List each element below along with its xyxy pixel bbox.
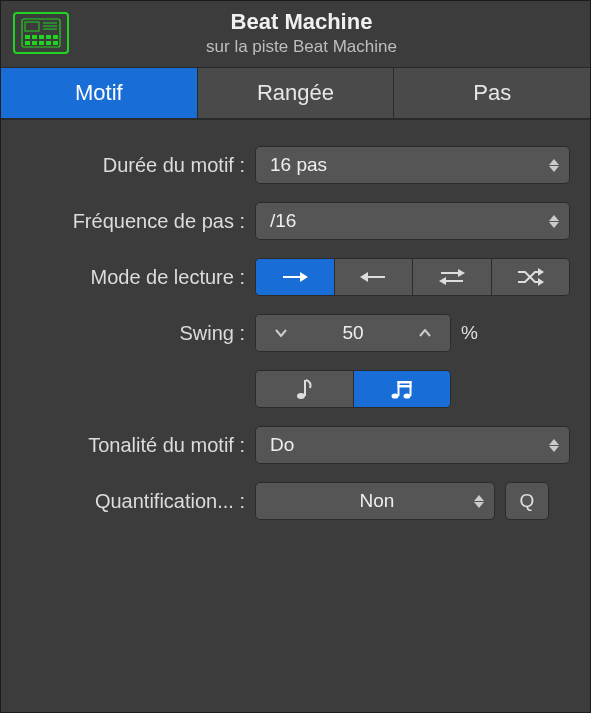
mode-backward[interactable] <box>335 259 414 295</box>
swing-increment[interactable] <box>400 315 450 351</box>
swing-eighth[interactable] <box>256 371 354 407</box>
svg-rect-36 <box>397 385 411 388</box>
swing-sixteenth[interactable] <box>354 371 451 407</box>
swing-value[interactable]: 50 <box>306 315 400 351</box>
select-duree-value: 16 pas <box>270 154 327 176</box>
label-quant: Quantification... : <box>21 490 255 513</box>
svg-rect-30 <box>304 380 306 396</box>
select-freq-value: /16 <box>270 210 296 232</box>
mode-pingpong[interactable] <box>413 259 492 295</box>
label-swing: Swing : <box>21 322 255 345</box>
content-area: Durée du motif : 16 pas Fréquence de pas… <box>1 120 590 558</box>
chevron-down-icon <box>275 329 287 337</box>
percent-label: % <box>461 322 478 344</box>
svg-marker-18 <box>549 222 559 228</box>
header-titles: Beat Machine sur la piste Beat Machine <box>25 9 578 57</box>
arrows-pingpong-icon <box>437 267 467 287</box>
select-freq[interactable]: /16 <box>255 202 570 240</box>
svg-marker-26 <box>439 277 446 285</box>
svg-marker-27 <box>538 278 544 286</box>
label-duree: Durée du motif : <box>21 154 255 177</box>
tab-rangee[interactable]: Rangée <box>198 68 395 118</box>
svg-marker-24 <box>458 269 465 277</box>
select-quant[interactable]: Non <box>255 482 495 520</box>
label-freq: Fréquence de pas : <box>21 210 255 233</box>
stepper-arrows-icon <box>549 215 559 228</box>
select-tonalite[interactable]: Do <box>255 426 570 464</box>
stepper-arrows-icon <box>474 495 484 508</box>
svg-point-29 <box>297 393 305 399</box>
svg-marker-22 <box>360 272 368 282</box>
tab-motif[interactable]: Motif <box>1 68 198 118</box>
header: Beat Machine sur la piste Beat Machine <box>1 1 590 68</box>
swing-decrement[interactable] <box>256 315 306 351</box>
svg-marker-16 <box>549 166 559 172</box>
svg-marker-17 <box>549 215 559 221</box>
stepper-arrows-icon <box>549 439 559 452</box>
svg-marker-38 <box>549 446 559 452</box>
label-tonalite: Tonalité du motif : <box>21 434 255 457</box>
svg-marker-39 <box>474 495 484 501</box>
plugin-title: Beat Machine <box>25 9 578 35</box>
eighth-note-icon <box>296 378 312 400</box>
sixteenth-notes-icon <box>390 378 414 400</box>
svg-marker-15 <box>549 159 559 165</box>
arrow-left-icon <box>359 269 387 285</box>
svg-marker-37 <box>549 439 559 445</box>
mode-random[interactable] <box>492 259 570 295</box>
svg-point-31 <box>391 393 398 398</box>
svg-rect-35 <box>397 381 411 384</box>
svg-marker-28 <box>538 268 544 276</box>
label-mode: Mode de lecture : <box>21 266 255 289</box>
mode-forward[interactable] <box>256 259 335 295</box>
playback-mode-group <box>255 258 570 296</box>
shuffle-icon <box>515 267 545 287</box>
svg-point-32 <box>403 393 410 398</box>
select-tonalite-value: Do <box>270 434 294 456</box>
svg-marker-20 <box>300 272 308 282</box>
svg-marker-40 <box>474 502 484 508</box>
select-duree[interactable]: 16 pas <box>255 146 570 184</box>
swing-stepper: 50 <box>255 314 451 352</box>
swing-note-group <box>255 370 451 408</box>
select-quant-value: Non <box>360 490 395 512</box>
stepper-arrows-icon <box>549 159 559 172</box>
chevron-up-icon <box>419 329 431 337</box>
plugin-subtitle: sur la piste Beat Machine <box>25 37 578 57</box>
tab-pas[interactable]: Pas <box>394 68 590 118</box>
inspector-panel: Beat Machine sur la piste Beat Machine M… <box>1 1 590 712</box>
quantize-button[interactable]: Q <box>505 482 549 520</box>
tab-bar: Motif Rangée Pas <box>1 68 590 120</box>
arrow-right-icon <box>281 269 309 285</box>
